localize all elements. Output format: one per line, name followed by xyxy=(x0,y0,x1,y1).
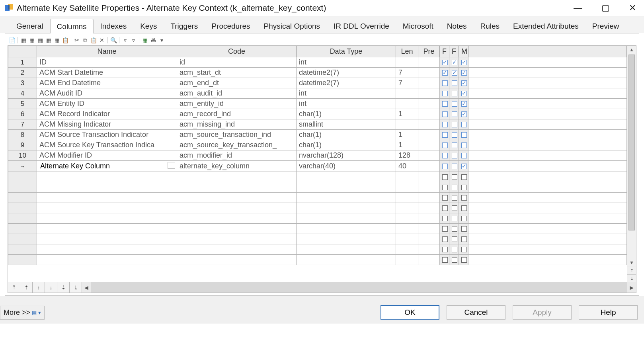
cell-type[interactable]: char(1) xyxy=(297,140,396,150)
cell-m[interactable] xyxy=(459,130,468,140)
cell-name[interactable]: ACM Source Transaction Indicator xyxy=(37,130,177,140)
checkbox-icon[interactable] xyxy=(461,132,467,138)
checkbox-icon[interactable] xyxy=(461,101,467,107)
checkbox-icon[interactable] xyxy=(442,236,448,242)
checkbox-icon[interactable] xyxy=(461,205,467,211)
cell-type[interactable]: int xyxy=(297,57,396,68)
scroll-left-icon[interactable]: ◀ xyxy=(82,285,91,291)
table-row[interactable]: 4ACM Audit IDacm_audit_idint xyxy=(8,88,627,99)
cell-len[interactable] xyxy=(396,119,418,130)
cell-len[interactable]: 1 xyxy=(396,140,418,150)
table-row[interactable] xyxy=(8,182,627,193)
cell-name[interactable]: ACM Missing Indicator xyxy=(37,119,177,130)
cell-len[interactable] xyxy=(396,172,418,182)
tool-find-icon[interactable]: 🔍 xyxy=(110,37,117,44)
cell-f1[interactable] xyxy=(440,140,449,150)
cell-f2[interactable] xyxy=(449,244,459,255)
tool-cut-icon[interactable]: ✂ xyxy=(73,37,80,44)
checkbox-icon[interactable] xyxy=(461,185,467,190)
cell-len[interactable] xyxy=(396,88,418,99)
cell-m[interactable] xyxy=(459,244,468,255)
cancel-button[interactable]: Cancel xyxy=(447,305,505,320)
cell-pre[interactable] xyxy=(418,130,440,140)
checkbox-icon[interactable] xyxy=(442,101,448,107)
scroll-bottom-icon[interactable]: ⤓ xyxy=(627,274,636,282)
row-number[interactable]: 10 xyxy=(8,150,37,161)
cell-len[interactable] xyxy=(396,234,418,244)
checkbox-icon[interactable] xyxy=(452,226,457,232)
table-row[interactable]: 1IDidint xyxy=(8,57,627,68)
cell-type[interactable]: char(1) xyxy=(297,130,396,140)
cell-len[interactable] xyxy=(396,213,418,224)
row-number[interactable]: 6 xyxy=(8,109,37,119)
cell-name[interactable]: ID xyxy=(37,57,177,68)
cell-code[interactable]: acm_source_key_transaction_ xyxy=(177,140,297,150)
cell-code[interactable]: id xyxy=(177,57,297,68)
tab-keys[interactable]: Keys xyxy=(133,18,164,33)
cell-type[interactable]: nvarchar(128) xyxy=(297,150,396,161)
cell-pre[interactable] xyxy=(418,234,440,244)
table-row[interactable] xyxy=(8,224,627,234)
horizontal-scrollbar[interactable]: ◀ ▶ xyxy=(82,282,636,293)
cell-name[interactable]: ACM Source Key Transaction Indica xyxy=(37,140,177,150)
cell-pre[interactable] xyxy=(418,193,440,203)
cell-len[interactable] xyxy=(396,255,418,265)
cell-code[interactable] xyxy=(177,182,297,193)
close-button[interactable]: ✕ xyxy=(627,2,638,14)
row-move-bottom-icon[interactable]: ⤓ xyxy=(70,282,82,293)
cell-len[interactable] xyxy=(396,193,418,203)
checkbox-icon[interactable] xyxy=(461,122,467,127)
cell-pre[interactable] xyxy=(418,244,440,255)
cell-m[interactable] xyxy=(459,193,468,203)
cell-f1[interactable] xyxy=(440,88,449,99)
row-number[interactable]: 5 xyxy=(8,99,37,109)
cell-m[interactable] xyxy=(459,119,468,130)
checkbox-icon[interactable] xyxy=(442,122,448,127)
cell-f1[interactable] xyxy=(440,161,449,172)
row-number[interactable] xyxy=(8,244,37,255)
tool-grid5-icon[interactable]: ▦ xyxy=(53,37,60,44)
cell-len[interactable]: 1 xyxy=(396,109,418,119)
cell-f2[interactable] xyxy=(449,161,459,172)
table-row[interactable]: 7ACM Missing Indicatoracm_missing_indsma… xyxy=(8,119,627,130)
cell-m[interactable] xyxy=(459,224,468,234)
tool-grid3-icon[interactable]: ▦ xyxy=(37,37,44,44)
cell-f1[interactable] xyxy=(440,203,449,213)
checkbox-icon[interactable] xyxy=(452,174,457,180)
cell-len[interactable]: 128 xyxy=(396,150,418,161)
cell-f1[interactable] xyxy=(440,244,449,255)
table-row[interactable] xyxy=(8,193,627,203)
cell-f1[interactable] xyxy=(440,68,449,78)
row-number[interactable]: 8 xyxy=(8,130,37,140)
cell-f2[interactable] xyxy=(449,224,459,234)
cell-m[interactable] xyxy=(459,234,468,244)
tool-filter1-icon[interactable]: ▿ xyxy=(121,37,129,44)
cell-type[interactable]: datetime2(7) xyxy=(297,78,396,88)
checkbox-icon[interactable] xyxy=(442,247,448,252)
cell-f1[interactable] xyxy=(440,213,449,224)
tab-microsoft[interactable]: Microsoft xyxy=(396,18,440,33)
checkbox-icon[interactable] xyxy=(461,80,467,86)
cell-code[interactable]: acm_entity_id xyxy=(177,99,297,109)
checkbox-icon[interactable] xyxy=(452,236,457,242)
row-number[interactable] xyxy=(8,234,37,244)
cell-code[interactable] xyxy=(177,193,297,203)
cell-m[interactable] xyxy=(459,150,468,161)
row-number[interactable] xyxy=(8,203,37,213)
cell-name[interactable] xyxy=(37,255,177,265)
header-code[interactable]: Code xyxy=(177,46,297,57)
checkbox-icon[interactable] xyxy=(461,60,467,65)
cell-code[interactable]: alternate_key_column xyxy=(177,161,297,172)
cell-type[interactable]: int xyxy=(297,88,396,99)
checkbox-icon[interactable] xyxy=(452,247,457,252)
table-row[interactable]: 6ACM Record Indicatoracm_record_indchar(… xyxy=(8,109,627,119)
cell-code[interactable]: acm_start_dt xyxy=(177,68,297,78)
tool-paste-icon[interactable]: 📋 xyxy=(90,37,97,44)
cell-pre[interactable] xyxy=(418,99,440,109)
header-m[interactable]: M xyxy=(459,46,468,57)
cell-type[interactable] xyxy=(297,224,396,234)
tool-copy-icon[interactable]: ⧉ xyxy=(82,37,89,44)
checkbox-icon[interactable] xyxy=(452,164,457,169)
cell-code[interactable] xyxy=(177,172,297,182)
tab-procedures[interactable]: Procedures xyxy=(205,18,257,33)
